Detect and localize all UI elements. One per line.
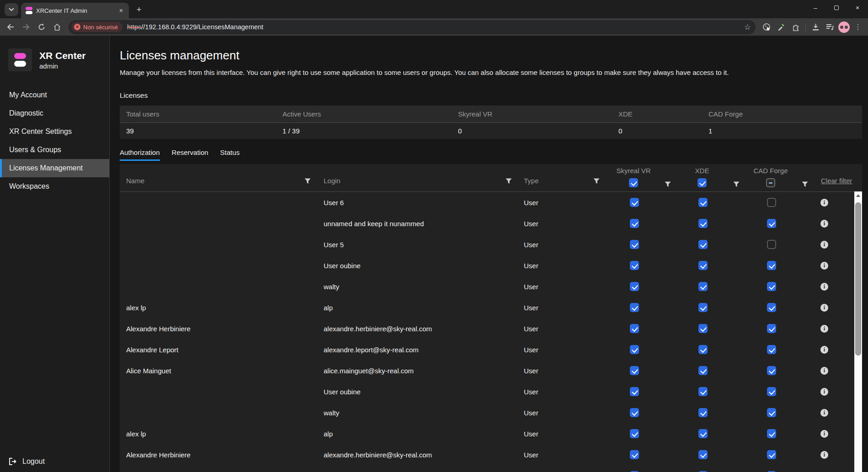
downloads-icon[interactable] (809, 21, 822, 33)
skyreal-vr-checkbox[interactable] (630, 408, 639, 417)
info-icon[interactable]: i (820, 430, 828, 438)
xde-checkbox[interactable] (698, 450, 708, 459)
cad-forge-checkbox[interactable] (767, 303, 776, 312)
cad-forge-checkbox[interactable] (767, 345, 776, 354)
cad-forge-checkbox[interactable] (767, 282, 776, 291)
info-icon[interactable]: i (820, 304, 828, 312)
scrollbar-up-arrow[interactable] (854, 191, 862, 199)
sidebar-item-licenses-management[interactable]: Licenses Management (0, 159, 109, 177)
extensions-puzzle-icon[interactable] (789, 21, 802, 33)
xde-checkbox[interactable] (698, 387, 708, 396)
forward-button[interactable] (19, 20, 33, 34)
close-window-button[interactable]: × (847, 0, 868, 16)
cell-xde (671, 408, 740, 417)
cell-cad-forge (740, 408, 808, 417)
skyreal-vr-checkbox[interactable] (630, 345, 639, 354)
sidebar-item-users-groups[interactable]: Users & Groups (0, 141, 109, 159)
filter-icon[interactable] (802, 181, 808, 187)
cad-forge-checkbox[interactable] (767, 198, 776, 207)
filter-icon[interactable] (304, 178, 311, 184)
info-icon[interactable]: i (820, 241, 828, 249)
info-icon[interactable]: i (820, 262, 828, 270)
cookie-extension-icon[interactable] (760, 21, 773, 33)
logout-button[interactable]: Logout (0, 457, 45, 466)
skyreal-vr-checkbox[interactable] (630, 387, 639, 396)
skyreal-vr-checkbox[interactable] (630, 324, 639, 333)
sidebar-item-label: Diagnostic (9, 109, 43, 117)
reload-button[interactable] (35, 20, 48, 34)
xde-checkbox[interactable] (698, 219, 708, 228)
tab-status[interactable]: Status (220, 148, 240, 161)
address-bar[interactable]: × Non sécurisé https//192.168.0.4:9229/L… (69, 20, 756, 34)
xde-checkbox[interactable] (698, 261, 708, 270)
minimize-button[interactable]: – (805, 0, 826, 16)
profile-avatar[interactable] (838, 21, 850, 33)
skyreal-vr-checkbox[interactable] (630, 240, 639, 249)
info-icon[interactable]: i (820, 367, 828, 375)
home-button[interactable] (50, 20, 64, 34)
xde-checkbox[interactable] (698, 408, 708, 417)
xde-checkbox[interactable] (698, 282, 708, 291)
scrollbar-thumb[interactable] (855, 202, 861, 355)
xde-checkbox[interactable] (698, 345, 708, 354)
info-icon[interactable]: i (820, 346, 828, 354)
skyreal-vr-checkbox[interactable] (630, 282, 639, 291)
skyreal-vr-checkbox[interactable] (630, 366, 639, 375)
info-icon[interactable]: i (820, 388, 828, 396)
skyreal-vr-checkbox[interactable] (630, 429, 639, 438)
tab-reservation[interactable]: Reservation (172, 148, 208, 161)
url-text[interactable]: https//192.168.0.4:9229/LicensesManageme… (127, 23, 740, 31)
cad-forge-checkbox[interactable] (767, 240, 776, 249)
sidebar-item-workspaces[interactable]: Workspaces (0, 177, 109, 196)
cad-forge-checkbox[interactable] (767, 219, 776, 228)
color-picker-extension-icon[interactable] (775, 21, 788, 33)
info-icon[interactable]: i (820, 451, 828, 459)
xde-checkbox[interactable] (698, 324, 708, 333)
tab-authorization[interactable]: Authorization (120, 148, 160, 161)
cad-forge-checkbox[interactable] (767, 366, 776, 375)
tab-search-button[interactable] (5, 3, 18, 16)
media-list-icon[interactable] (824, 21, 836, 33)
skyreal-vr-checkbox[interactable] (630, 303, 639, 312)
info-icon[interactable]: i (820, 220, 828, 228)
cad-forge-checkbox[interactable] (767, 429, 776, 438)
skyreal-vr-header-checkbox[interactable] (629, 178, 638, 187)
cad-forge-checkbox[interactable] (767, 408, 776, 417)
browser-tab[interactable]: XRCenter IT Admin × (21, 3, 129, 18)
sidebar-item-diagnostic[interactable]: Diagnostic (0, 104, 109, 122)
sidebar-item-my-account[interactable]: My Account (0, 86, 109, 104)
cad-forge-checkbox[interactable] (767, 387, 776, 396)
cad-forge-checkbox[interactable] (767, 324, 776, 333)
skyreal-vr-checkbox[interactable] (630, 198, 639, 207)
maximize-button[interactable] (826, 0, 847, 16)
xde-checkbox[interactable] (698, 429, 708, 438)
xde-checkbox[interactable] (698, 366, 708, 375)
filter-icon[interactable] (506, 178, 512, 184)
security-badge[interactable]: × Non sécurisé (71, 22, 122, 32)
info-icon[interactable]: i (820, 325, 828, 333)
cad-forge-header-checkbox[interactable] (766, 178, 775, 187)
browser-menu-icon[interactable]: ⋮ (852, 21, 864, 33)
xde-checkbox[interactable] (698, 198, 708, 207)
bookmark-star-icon[interactable]: ☆ (744, 22, 751, 32)
xde-header-checkbox[interactable] (698, 178, 707, 187)
filter-icon[interactable] (593, 178, 600, 184)
cad-forge-checkbox[interactable] (767, 261, 776, 270)
skyreal-vr-checkbox[interactable] (630, 261, 639, 270)
clear-filter-link[interactable]: Clear filter (821, 177, 852, 185)
tab-close-icon[interactable]: × (117, 6, 125, 15)
new-tab-button[interactable]: + (133, 3, 145, 16)
cad-forge-checkbox[interactable] (767, 450, 776, 459)
info-icon[interactable]: i (820, 283, 828, 291)
skyreal-vr-checkbox[interactable] (630, 219, 639, 228)
filter-icon[interactable] (665, 181, 671, 187)
table-scrollbar[interactable] (854, 191, 862, 472)
skyreal-vr-checkbox[interactable] (630, 450, 639, 459)
filter-icon[interactable] (733, 181, 740, 187)
xde-checkbox[interactable] (698, 303, 708, 312)
back-button[interactable] (4, 20, 17, 34)
sidebar-item-xr-center-settings[interactable]: XR Center Settings (0, 122, 109, 141)
info-icon[interactable]: i (820, 409, 828, 417)
info-icon[interactable]: i (820, 199, 828, 207)
xde-checkbox[interactable] (698, 240, 708, 249)
